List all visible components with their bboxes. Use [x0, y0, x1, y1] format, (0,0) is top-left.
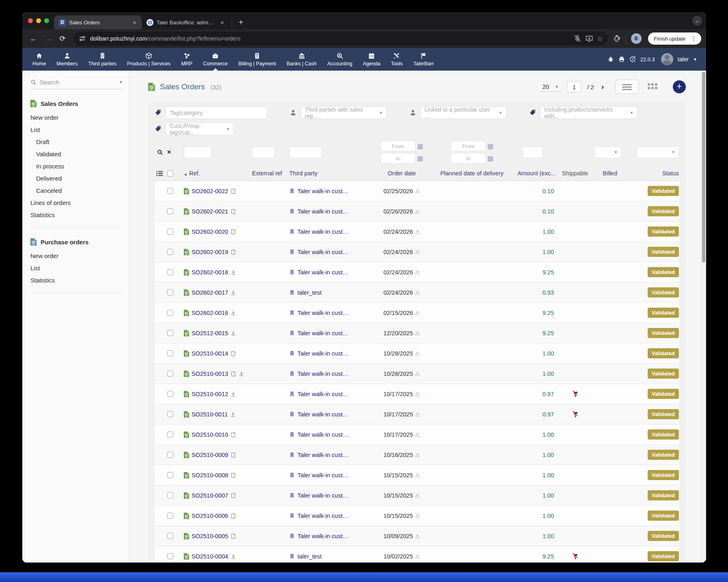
- order-ref-link[interactable]: SO2602-0020: [192, 228, 228, 235]
- order-ref-link[interactable]: SO2510-0004: [192, 553, 228, 560]
- close-tab-icon[interactable]: ×: [219, 19, 225, 26]
- tab-taler-backoffice[interactable]: Taler Backoffice: admin: Orde ×: [142, 15, 229, 29]
- third-party-link[interactable]: Taler walk-in cust…: [297, 330, 349, 336]
- user-menu-chevron-down-icon[interactable]: ▼: [693, 57, 697, 62]
- sidebar-item-statistics[interactable]: Statistics: [30, 274, 123, 286]
- browser-menu-icon[interactable]: ⋮: [689, 35, 699, 42]
- note-icon[interactable]: [230, 432, 236, 438]
- order-ref-link[interactable]: SO2602-0021: [192, 208, 228, 215]
- close-window-button[interactable]: [28, 18, 33, 23]
- tab-sales-orders[interactable]: D Sales Orders ×: [54, 15, 142, 29]
- mic-blocked-icon[interactable]: [573, 34, 582, 43]
- sidebar-item-statistics[interactable]: Statistics: [30, 209, 123, 221]
- download-icon[interactable]: [239, 371, 244, 377]
- nav-item-commerce[interactable]: Commerce: [198, 48, 233, 71]
- sidebar-item-draft[interactable]: Draft: [30, 136, 123, 148]
- sidebar-search[interactable]: Search ▼: [30, 79, 123, 89]
- row-checkbox[interactable]: [167, 228, 173, 235]
- third-party-link[interactable]: Taler walk-in cust…: [297, 391, 349, 397]
- order-ref-link[interactable]: SO2602-0019: [192, 249, 228, 255]
- back-button[interactable]: ←: [27, 32, 39, 45]
- download-icon[interactable]: [230, 330, 236, 336]
- row-checkbox[interactable]: [167, 350, 173, 356]
- header-third-party[interactable]: Third party: [289, 170, 370, 177]
- order-date-from-input[interactable]: From: [381, 141, 416, 151]
- grid-view-button[interactable]: [648, 83, 658, 91]
- clear-search-icon[interactable]: ×: [167, 149, 171, 155]
- including-products-select[interactable]: Including products/services with... ▼: [540, 106, 638, 119]
- note-icon[interactable]: [230, 351, 236, 356]
- planned-date-from-input[interactable]: From: [451, 141, 486, 151]
- third-party-link[interactable]: Taler walk-in cust…: [297, 371, 349, 377]
- current-page-input[interactable]: 1: [567, 81, 582, 93]
- note-icon[interactable]: [230, 452, 236, 458]
- minimize-window-button[interactable]: [36, 18, 41, 23]
- nav-item-third-parties[interactable]: Third parties: [83, 48, 121, 71]
- amount-value[interactable]: 1.00: [510, 350, 556, 357]
- third-party-link[interactable]: Taler walk-in cust…: [297, 310, 349, 316]
- note-icon[interactable]: [230, 249, 236, 255]
- download-icon[interactable]: [230, 290, 236, 295]
- nav-item-members[interactable]: Members: [51, 48, 83, 71]
- site-settings-icon[interactable]: [78, 34, 86, 43]
- row-checkbox[interactable]: [167, 411, 173, 417]
- third-party-link[interactable]: Taler walk-in cust…: [297, 188, 349, 194]
- extensions-puzzle-icon[interactable]: [613, 34, 621, 43]
- download-icon[interactable]: [230, 310, 236, 316]
- note-icon[interactable]: [230, 209, 236, 214]
- billed-filter-select[interactable]: ▼: [594, 147, 621, 158]
- order-ref-link[interactable]: SO2602-0022: [192, 188, 228, 194]
- nav-item-billing-payment[interactable]: $ Billing | Payment: [233, 48, 281, 71]
- third-party-link[interactable]: Taler walk-in cust…: [297, 228, 349, 235]
- row-checkbox[interactable]: [167, 208, 173, 214]
- third-party-link[interactable]: Taler walk-in cust…: [297, 513, 349, 519]
- row-checkbox[interactable]: [167, 492, 173, 498]
- scrollbar-thumb[interactable]: [702, 72, 705, 263]
- order-ref-link[interactable]: SO2602-0018: [192, 269, 228, 276]
- amount-value[interactable]: 1.00: [510, 533, 556, 539]
- nav-item-agenda[interactable]: Agenda: [358, 48, 386, 71]
- sidebar-item-canceled[interactable]: Canceled: [30, 184, 123, 196]
- amount-value[interactable]: 1.00: [510, 452, 556, 458]
- profile-avatar[interactable]: B: [631, 33, 642, 44]
- amount-search-input[interactable]: [523, 147, 543, 158]
- note-icon[interactable]: [230, 513, 236, 519]
- order-ref-link[interactable]: SO2510-0007: [192, 492, 228, 499]
- note-icon[interactable]: [230, 493, 236, 498]
- third-party-link[interactable]: taler_test: [297, 553, 322, 560]
- header-order-date[interactable]: Order date: [370, 170, 434, 177]
- row-checkbox[interactable]: [167, 269, 173, 275]
- sidebar-item-list[interactable]: List: [30, 262, 123, 274]
- download-icon[interactable]: [230, 269, 236, 275]
- order-ref-link[interactable]: SO2510-0009: [192, 452, 228, 458]
- order-ref-link[interactable]: SO2510-0006: [192, 513, 228, 519]
- sidebar-item-new-order[interactable]: New order: [30, 111, 123, 123]
- amount-value[interactable]: 1.00: [510, 513, 556, 519]
- sidebar-section-sales-orders[interactable]: Sales Orders: [30, 100, 123, 107]
- row-checkbox[interactable]: [167, 513, 173, 519]
- amount-value[interactable]: 1.00: [510, 228, 556, 235]
- finish-update-button[interactable]: Finish update ⋮: [648, 32, 701, 45]
- third-party-link[interactable]: Taler walk-in cust…: [297, 249, 349, 255]
- status-filter-select[interactable]: ▼: [637, 147, 679, 158]
- sidebar-item-new-order[interactable]: New order: [30, 250, 123, 262]
- order-ref-link[interactable]: SO2510-0011: [192, 411, 228, 418]
- row-checkbox[interactable]: [167, 249, 173, 255]
- row-checkbox[interactable]: [167, 452, 173, 458]
- cust-prosp-tags-select[interactable]: Cust./Prosp. tags/cat... ▼: [166, 123, 234, 135]
- order-ref-link[interactable]: SO2510-0008: [192, 472, 228, 479]
- header-planned-date[interactable]: Planned date of delivery: [434, 170, 510, 177]
- third-party-link[interactable]: Taler walk-in cust…: [297, 269, 349, 276]
- field-selector-icon[interactable]: [156, 170, 163, 177]
- note-icon[interactable]: [230, 371, 236, 377]
- sidebar-item-validated[interactable]: Validated: [30, 148, 123, 160]
- row-checkbox[interactable]: [167, 371, 173, 377]
- amount-value[interactable]: 1.00: [510, 371, 556, 377]
- new-tab-button[interactable]: +: [235, 18, 248, 27]
- amount-value[interactable]: 0.97: [510, 411, 556, 418]
- order-ref-link[interactable]: SO2510-0014: [192, 350, 228, 357]
- amount-value[interactable]: 1.00: [510, 431, 556, 438]
- amount-value[interactable]: 0.10: [510, 208, 556, 215]
- close-tab-icon[interactable]: ×: [131, 19, 138, 26]
- third-party-link[interactable]: Taler walk-in cust…: [297, 411, 349, 418]
